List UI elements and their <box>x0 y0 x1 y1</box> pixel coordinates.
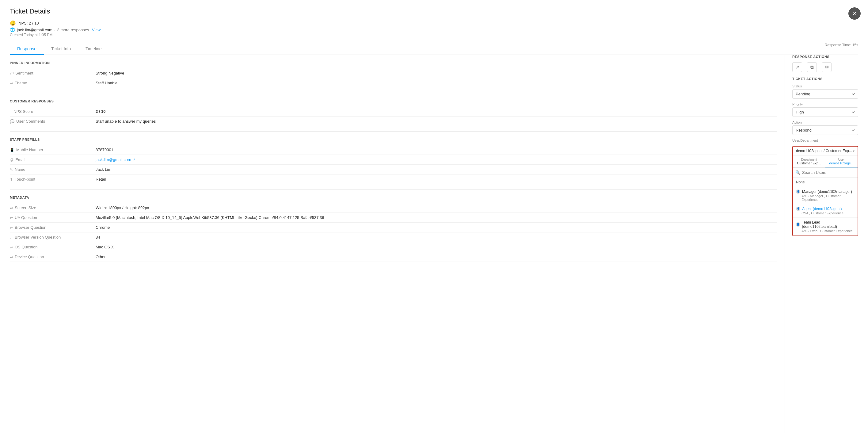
comments-icon: 💬 <box>10 119 14 123</box>
department-tab[interactable]: Department Customer Exp... <box>793 155 826 168</box>
browser-icon: ⇌ <box>10 225 13 230</box>
tab-ticket-info[interactable]: Ticket Info <box>44 43 78 55</box>
user-avatar-icon: 👤 <box>796 207 800 211</box>
screen-row: ⇌ Screen Size Width: 1800px / Height: 89… <box>10 203 777 213</box>
user-avatar-icon: 👤 <box>796 222 800 227</box>
ticket-actions-title: TICKET ACTIONS <box>792 77 858 81</box>
more-responses-count: 3 more responses. <box>57 28 90 32</box>
ua-value: Mozilla/5.0 (Macintosh; Intel Mac OS X 1… <box>96 215 777 220</box>
mobile-value: 87879001 <box>96 147 777 152</box>
name-value: Jack Lim <box>96 167 777 172</box>
search-users-icon: 🔍 <box>795 170 800 175</box>
os-value: Mac OS X <box>96 245 777 249</box>
email-field-icon: @ <box>10 157 13 162</box>
user-name-highlighted: 👤 Agent (demo1102agent) <box>796 207 855 211</box>
sentiment-row: 🏷 Sentiment Strong Negative <box>10 68 777 78</box>
user-dept-display-value: demo1102agent / Customer Exp... <box>796 149 852 153</box>
dept-user-tabs: Department Customer Exp... User demo1102… <box>793 155 858 168</box>
customer-responses-title: CUSTOMER RESPONSES <box>10 99 777 103</box>
user-dept-container: demo1102agent / Customer Exp... ▾ Depart… <box>792 146 858 236</box>
search-users-wrap: 🔍 <box>793 168 858 178</box>
user-sub: AMC Exec , Customer Experience <box>802 229 855 233</box>
os-row: ⇌ OS Question Mac OS X <box>10 242 777 252</box>
external-link-action-btn[interactable]: ↗ <box>792 62 802 72</box>
copy-action-btn[interactable]: ⧉ <box>807 62 817 72</box>
screen-value: Width: 1800px / Height: 892px <box>96 205 777 210</box>
view-link[interactable]: View <box>92 28 100 32</box>
more-responses-text: · <box>54 28 56 32</box>
ua-icon: ⇌ <box>10 215 13 220</box>
touchpoint-icon: ⬆ <box>10 177 13 181</box>
ua-label: UA Question <box>15 215 37 220</box>
email-field-label: Email <box>15 157 25 162</box>
nps-score-row: ↑ NPS Score 2 / 10 <box>10 107 777 117</box>
metadata-title: METADATA <box>10 196 777 199</box>
user-display-name: Team Lead (demo1102teamlead) <box>802 220 855 229</box>
nps-score-label: NPS Score <box>13 109 33 114</box>
theme-label: Theme <box>15 81 27 85</box>
user-tab[interactable]: User demo1102age... <box>826 155 858 168</box>
email-field-value[interactable]: jack.lim@gmail.com ↗ <box>96 157 777 162</box>
response-actions-row: ↗ ⧉ ✉ <box>792 62 858 72</box>
close-button[interactable]: ✕ <box>848 7 861 20</box>
user-list-none[interactable]: None <box>793 178 858 187</box>
theme-icon: ⇌ <box>10 81 13 85</box>
browser-version-label: Browser Version Question <box>15 235 61 239</box>
response-actions-title: RESPONSE ACTIONS <box>792 55 858 59</box>
tab-timeline[interactable]: Timeline <box>78 43 109 55</box>
os-icon: ⇌ <box>10 245 13 249</box>
external-link-icon: ↗ <box>132 157 135 162</box>
status-label: Status <box>792 84 858 88</box>
comments-label: User Comments <box>16 119 45 123</box>
user-avatar-icon: 👤 <box>796 190 800 194</box>
os-label: OS Question <box>15 245 37 249</box>
action-select[interactable]: Respond <box>792 125 858 135</box>
header-email: jack.lim@gmail.com <box>17 28 53 32</box>
dept-tab-label: Department <box>794 157 824 161</box>
page-title: Ticket Details <box>10 7 50 15</box>
user-display-name: Manager (demo1102manager) <box>802 190 852 194</box>
theme-row: ⇌ Theme Staff Unable <box>10 78 777 88</box>
user-name: 👤 Manager (demo1102manager) <box>796 190 855 194</box>
dept-tab-value: Customer Exp... <box>794 161 824 165</box>
search-users-input[interactable] <box>802 170 855 175</box>
sentiment-icon: 🏷 <box>10 71 13 76</box>
mobile-label: Mobile Number <box>16 147 43 152</box>
user-sub: CSA , Customer Experience <box>802 211 855 215</box>
nps-icon: 😟 <box>10 20 16 26</box>
status-select[interactable]: Pending <box>792 89 858 99</box>
list-item[interactable]: 👤 Agent (demo1102agent) CSA , Customer E… <box>793 204 858 218</box>
browser-row: ⇌ Browser Question Chrome <box>10 223 777 232</box>
user-display-name: Agent (demo1102agent) <box>802 207 842 211</box>
browser-version-row: ⇌ Browser Version Question 84 <box>10 232 777 242</box>
list-item[interactable]: 👤 Team Lead (demo1102teamlead) AMC Exec … <box>793 218 858 235</box>
device-row: ⇌ Device Question Other <box>10 252 777 262</box>
user-dept-select-display[interactable]: demo1102agent / Customer Exp... ▾ <box>793 147 858 155</box>
user-comments-row: 💬 User Comments Staff unable to answer m… <box>10 117 777 126</box>
action-label: Action <box>792 120 858 124</box>
nps-score-header: NPS: 2 / 10 <box>19 21 39 25</box>
main-content: PINNED INFORMATION 🏷 Sentiment Strong Ne… <box>10 55 785 433</box>
pinned-section-title: PINNED INFORMATION <box>10 61 777 65</box>
user-tab-value: demo1102age... <box>827 161 857 165</box>
name-label: Name <box>15 167 25 172</box>
theme-value: Staff Unable <box>96 81 777 85</box>
touchpoint-label: Touch-point <box>15 177 35 181</box>
name-row: ✎ Name Jack Lim <box>10 165 777 174</box>
user-dept-label: User/Department <box>792 139 858 142</box>
screen-icon: ⇌ <box>10 206 13 210</box>
user-sub: AMC Manager , Customer Experience <box>802 194 855 201</box>
browser-version-value: 84 <box>96 235 777 239</box>
response-time: Response Time: 15s <box>825 43 858 47</box>
priority-select[interactable]: High <box>792 107 858 117</box>
device-label: Device Question <box>15 255 44 259</box>
device-icon: ⇌ <box>10 255 13 259</box>
screen-label: Screen Size <box>15 205 36 210</box>
name-icon: ✎ <box>10 168 13 172</box>
comments-value: Staff unable to answer my queries <box>96 119 777 123</box>
user-list: None 👤 Manager (demo1102manager) AMC Man… <box>793 178 858 235</box>
list-item[interactable]: 👤 Manager (demo1102manager) AMC Manager … <box>793 187 858 204</box>
nps-score-value: 2 / 10 <box>96 109 777 114</box>
email-action-btn[interactable]: ✉ <box>822 62 832 72</box>
tab-response[interactable]: Response <box>10 43 44 55</box>
